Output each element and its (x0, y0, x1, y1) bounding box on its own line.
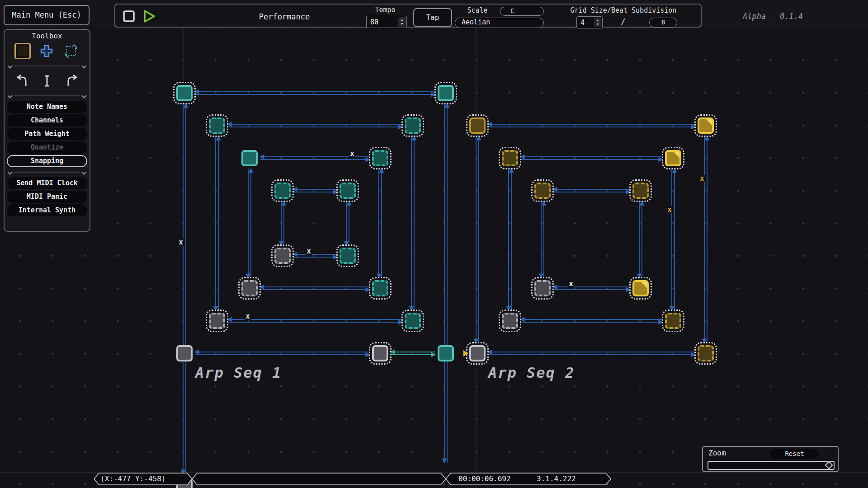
grid-size-stepper[interactable]: ▲ ▼ (594, 18, 601, 27)
toolbox-separator[interactable] (5, 169, 90, 176)
stepper-down-icon[interactable]: ▼ (597, 23, 599, 26)
straight-path-tool[interactable] (38, 72, 56, 89)
sequencer-node[interactable] (241, 150, 258, 166)
sequencer-node[interactable] (438, 345, 454, 361)
stepper-up-icon[interactable]: ▲ (401, 18, 403, 22)
sequencer-node[interactable] (372, 345, 388, 361)
stop-button[interactable] (122, 9, 136, 23)
toolbox-button-path-weight[interactable]: Path Weight (7, 128, 87, 140)
toolbox-button-midi-panic[interactable]: MIDI Panic (7, 191, 87, 203)
sequencer-node[interactable] (502, 313, 518, 329)
sequencer-node[interactable] (632, 183, 649, 199)
sequencer-node[interactable] (209, 313, 225, 329)
toolbox-button-snapping[interactable]: Snapping (7, 155, 87, 167)
toolbox-separator[interactable] (5, 92, 90, 99)
sequencer-node[interactable] (372, 280, 388, 296)
toolbox-button-send-midi-clock[interactable]: Send MIDI Clock (7, 177, 87, 189)
play-icon (141, 8, 157, 24)
tempo-label: Tempo (375, 6, 395, 14)
toolbox-separator[interactable] (5, 62, 90, 70)
zoom-label: Zoom (708, 449, 726, 457)
add-node-tool[interactable] (38, 42, 55, 60)
path-weight-marker: x (568, 280, 574, 287)
grid-size-input[interactable]: ▲ ▼ (576, 16, 603, 28)
sequencer-node[interactable] (209, 117, 225, 134)
sequencer-node[interactable] (274, 183, 291, 199)
separator-line (14, 172, 80, 173)
chevron-down-icon (81, 93, 86, 98)
toolbox-button-note-names[interactable]: Note Names (7, 101, 87, 113)
stepper-down-icon[interactable]: ▼ (401, 22, 403, 26)
square-node-tool[interactable] (14, 43, 31, 59)
transform-icon (63, 43, 79, 59)
sequencer-node[interactable] (665, 150, 681, 166)
play-button[interactable] (141, 8, 157, 24)
tempo-stepper[interactable]: ▲ ▼ (398, 17, 406, 27)
scale-root-select[interactable]: C (500, 7, 544, 16)
straight-path-icon (39, 73, 55, 89)
curve-right-icon (64, 73, 79, 89)
toolbox-button-quantize[interactable]: Quantize (7, 141, 87, 154)
sequencer-canvas[interactable]: xxxxxxxArp Seq 1Arp Seq 2 (0, 0, 868, 488)
sequencer-node[interactable] (274, 248, 291, 264)
page-title: Performance (259, 12, 310, 21)
scale-label: Scale (464, 6, 491, 14)
sequencer-node[interactable] (176, 85, 193, 101)
grid-size-label: Grid Size/Beat Subdivision (571, 6, 677, 14)
status-bar (94, 472, 612, 486)
sequencer-node[interactable] (469, 345, 486, 361)
toolbox-tool-row (5, 41, 90, 61)
sequencer-node[interactable] (665, 313, 681, 329)
path-weight-marker: x (178, 239, 184, 246)
transport-panel: Performance Tempo ▲ ▼ Tap Scale C Aeolia… (114, 4, 702, 28)
sequence-label: Arp Seq 2 (488, 364, 575, 381)
connection-layer (0, 0, 868, 488)
path-weight-marker: x (666, 206, 673, 213)
cursor-coordinates: (X:-477 Y:-458) (100, 474, 166, 483)
zoom-slider-track[interactable] (708, 461, 835, 470)
sequencer-node[interactable] (698, 117, 714, 134)
main-menu-button[interactable]: Main Menu (Esc) (4, 5, 90, 25)
separator-line (14, 95, 80, 96)
sequencer-node[interactable] (405, 313, 421, 329)
zoom-panel: Zoom Reset (702, 446, 839, 472)
beat-subdivision-input[interactable]: 8 (649, 18, 677, 28)
sequencer-node[interactable] (534, 183, 551, 199)
chevron-down-icon (7, 93, 12, 98)
toolbox-button-internal-synth[interactable]: Internal Synth (7, 204, 87, 216)
path-weight-marker: x (349, 150, 355, 157)
sequencer-node[interactable] (502, 150, 518, 166)
sequencer-node[interactable] (698, 345, 714, 361)
path-weight-marker: x (306, 248, 312, 255)
transform-tool[interactable] (62, 42, 80, 60)
sequencer-node[interactable] (340, 248, 356, 264)
chevron-down-icon (7, 169, 12, 174)
curve-right-tool[interactable] (63, 72, 80, 89)
sequencer-node[interactable] (340, 183, 356, 199)
tempo-input[interactable]: ▲ ▼ (366, 16, 407, 28)
sequencer-node[interactable] (241, 280, 258, 296)
chevron-down-icon (7, 63, 12, 68)
sequencer-node[interactable] (176, 345, 193, 361)
plus-icon (38, 43, 55, 59)
curve-left-tool[interactable] (14, 72, 31, 89)
sequencer-node[interactable] (405, 117, 421, 134)
sequencer-node[interactable] (632, 280, 649, 296)
sequencer-node[interactable] (438, 85, 454, 101)
stepper-up-icon[interactable]: ▲ (597, 19, 599, 22)
sequencer-node[interactable] (534, 280, 551, 296)
chevron-down-icon (81, 63, 86, 68)
zoom-reset-button[interactable]: Reset (770, 449, 819, 459)
version-label: Alpha - 0.1.4 (743, 12, 803, 21)
sequencer-node[interactable] (469, 117, 486, 134)
toolbox-button-channels[interactable]: Channels (7, 114, 87, 127)
chevron-down-icon (81, 169, 86, 174)
tap-button[interactable]: Tap (413, 8, 452, 27)
scale-mode-select[interactable]: Aeolian (455, 18, 544, 28)
sequence-label: Arp Seq 1 (195, 364, 282, 381)
separator-line (14, 66, 80, 66)
sequencer-node[interactable] (372, 150, 388, 166)
transport-time: 00:00:06.692 (458, 474, 511, 483)
path-weight-marker: x (699, 175, 705, 182)
grid-separator: / (621, 17, 626, 26)
